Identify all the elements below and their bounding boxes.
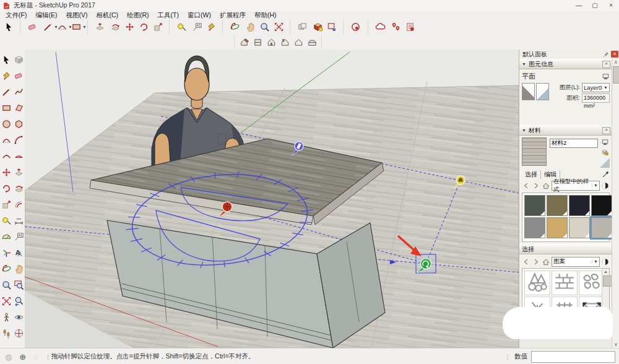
components-button[interactable]: [311, 20, 325, 34]
palette-zoom-previous-tool[interactable]: [12, 293, 25, 309]
material-swatch-black[interactable]: [591, 195, 612, 216]
home-icon[interactable]: [542, 258, 550, 266]
palette-orbit-tool[interactable]: [0, 261, 12, 277]
scrollbar-thumb[interactable]: [613, 66, 619, 84]
scroll-up-icon[interactable]: ▲: [602, 269, 609, 275]
palette-walk-tool[interactable]: [0, 325, 12, 341]
components-select-header[interactable]: 选择: [519, 244, 612, 254]
back-arrow-icon[interactable]: [522, 258, 530, 266]
menu-edit[interactable]: 编辑(E): [31, 11, 61, 19]
palette-zoom-extents-tool[interactable]: [0, 293, 12, 309]
maximize-button[interactable]: ▢: [587, 0, 603, 11]
menu-file[interactable]: 文件(F): [1, 11, 31, 19]
palette-select-tool[interactable]: [0, 51, 12, 67]
zoom-extents-button[interactable]: [272, 20, 286, 34]
pattern-stone[interactable]: [579, 271, 605, 295]
pin-icon[interactable]: [602, 51, 610, 58]
minimize-button[interactable]: —: [571, 0, 587, 11]
credits-icon[interactable]: ⊕: [19, 352, 26, 362]
menu-help[interactable]: 帮助(H): [250, 11, 281, 19]
front-material-thumbnail[interactable]: [522, 83, 535, 100]
palette-scale-tool[interactable]: [0, 196, 12, 212]
details-icon[interactable]: [601, 258, 610, 266]
palette-arc-tool[interactable]: [12, 132, 25, 148]
scrollbar-thumb[interactable]: [603, 275, 612, 287]
forward-arrow-icon[interactable]: [532, 181, 540, 190]
material-swatch-dark-green[interactable]: [524, 195, 545, 216]
palette-three-point-arc-tool[interactable]: [0, 148, 12, 164]
create-material-icon[interactable]: [601, 148, 609, 156]
menu-view[interactable]: 视图(V): [61, 11, 92, 19]
palette-follow-me-tool[interactable]: [12, 180, 25, 196]
palette-section-plane-tool[interactable]: [12, 325, 25, 341]
entity-info-header[interactable]: ▼ 图元信息 ×: [519, 59, 612, 69]
palette-text-tool[interactable]: A1: [12, 228, 25, 245]
back-material-thumbnail[interactable]: [536, 83, 549, 100]
palette-move-tool[interactable]: [0, 164, 12, 180]
entity-info-close-button[interactable]: ×: [602, 61, 610, 68]
palette-look-around-tool[interactable]: [12, 309, 25, 325]
palette-3d-text-tool[interactable]: AA: [12, 245, 25, 261]
palette-circle-tool[interactable]: [0, 116, 12, 132]
zoom-button[interactable]: [258, 20, 272, 34]
rectangle-button[interactable]: ▼: [69, 20, 84, 34]
measurement-input[interactable]: [531, 351, 615, 363]
materials-collection-dropdown[interactable]: 在模型中的样式 ▼: [552, 181, 600, 191]
tray-scrollbar[interactable]: ∧ ∨: [612, 59, 619, 348]
photo-textures-button[interactable]: [389, 20, 403, 34]
sign-in-icon[interactable]: ◌: [33, 352, 38, 362]
drawing-viewport[interactable]: [25, 50, 519, 348]
palette-axes-tool[interactable]: [0, 245, 12, 261]
scroll-down-icon[interactable]: ∨: [612, 341, 619, 348]
palette-rectangle-tool[interactable]: [0, 100, 12, 116]
details-icon[interactable]: [601, 181, 610, 190]
line-button[interactable]: ▼: [41, 20, 55, 34]
toggle-pane-icon[interactable]: [601, 138, 609, 146]
palette-position-camera-tool[interactable]: [0, 309, 12, 325]
palette-component-tool[interactable]: [12, 51, 25, 67]
view-right-button[interactable]: [278, 35, 292, 49]
palette-line-tool[interactable]: [0, 84, 12, 100]
menu-camera[interactable]: 相机(C): [92, 11, 123, 19]
palette-two-point-arc-tool[interactable]: [0, 132, 12, 148]
materials-header[interactable]: ▼ 材料 ×: [519, 125, 612, 136]
menu-draw[interactable]: 绘图(R): [123, 11, 154, 19]
view-back-button[interactable]: [292, 35, 305, 49]
push-pull-button[interactable]: [87, 20, 108, 34]
pattern-brick[interactable]: [552, 271, 578, 295]
tray-close-button[interactable]: ×: [611, 51, 618, 58]
palette-paint-bucket-tool[interactable]: [0, 67, 12, 84]
palette-tape-measure-tool[interactable]: [0, 212, 12, 228]
scale-button[interactable]: [151, 20, 165, 34]
green-pin[interactable]: [416, 254, 436, 273]
material-swatch-gray[interactable]: [524, 217, 545, 238]
scroll-up-icon[interactable]: ∧: [612, 59, 619, 66]
tab-select[interactable]: 选择: [522, 170, 541, 179]
menu-tools[interactable]: 工具(T): [154, 11, 183, 19]
material-swatch-beige-texture[interactable]: [569, 217, 590, 238]
paint-bucket-button[interactable]: [204, 20, 219, 34]
palette-protractor-tool[interactable]: [0, 228, 12, 245]
material-name-input[interactable]: [550, 139, 598, 148]
extension-warehouse-button[interactable]: [403, 20, 417, 34]
forward-arrow-icon[interactable]: [532, 258, 540, 266]
home-icon[interactable]: [542, 181, 550, 190]
palette-freehand-tool[interactable]: [12, 84, 25, 100]
move-button[interactable]: [123, 20, 137, 34]
view-left-button[interactable]: [305, 35, 319, 49]
material-swatch-olive[interactable]: [547, 195, 568, 216]
back-arrow-icon[interactable]: [522, 181, 530, 190]
palette-rotated-rectangle-tool[interactable]: [12, 100, 25, 116]
pan-button[interactable]: [243, 20, 258, 34]
view-top-button[interactable]: [251, 35, 264, 49]
material-swatch-dark-navy[interactable]: [569, 195, 590, 216]
menu-extensions[interactable]: 扩展程序: [215, 11, 250, 19]
warehouse-3d-button[interactable]: [368, 20, 389, 34]
view-front-button[interactable]: [264, 35, 278, 49]
palette-push-pull-tool[interactable]: [12, 164, 25, 180]
arc-button[interactable]: ▼: [55, 20, 69, 34]
components-collection-dropdown[interactable]: 图案 ▼: [552, 257, 600, 267]
geolocation-icon[interactable]: ◍: [5, 352, 12, 362]
rotate-button[interactable]: [137, 20, 151, 34]
eraser-button[interactable]: [20, 20, 41, 34]
